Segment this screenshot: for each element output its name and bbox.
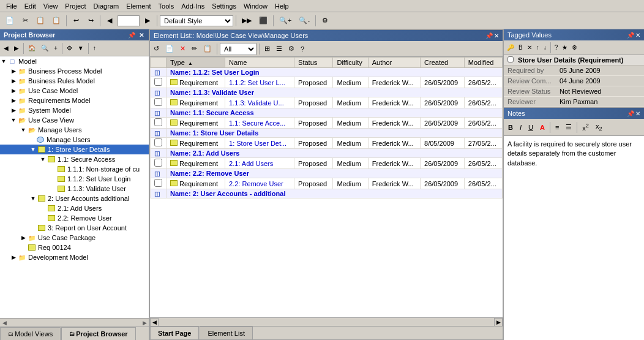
browser-up-btn[interactable]: ↑ xyxy=(91,42,99,55)
menu-edit[interactable]: Edit xyxy=(21,1,40,11)
browser-right-arrow[interactable]: ▶ xyxy=(140,319,149,327)
col-author[interactable]: Author xyxy=(368,58,420,68)
tree-item-bpm[interactable]: ▶ 📁 Business Process Model xyxy=(0,66,149,76)
tv-btn-settings[interactable]: ⚙ xyxy=(570,42,579,53)
tree-item-sa[interactable]: ▼ 1.1: Secure Access xyxy=(0,154,149,164)
el-btn-group[interactable]: ⊞ xyxy=(262,43,272,55)
tv-row-required-by[interactable]: Required by 05 June 2009 xyxy=(504,66,644,76)
row-checkbox[interactable] xyxy=(151,178,167,189)
el-btn-view[interactable]: ☰ xyxy=(274,43,285,55)
browser-search-btn[interactable]: 🔍 xyxy=(39,42,51,55)
tree-toggle-sud[interactable]: ▼ xyxy=(29,146,37,153)
tree-item-sm[interactable]: ▶ 📁 System Model xyxy=(0,105,149,115)
tree-toggle-ucm[interactable]: ▶ xyxy=(10,88,17,94)
tree-toggle-ucp[interactable]: ▶ xyxy=(20,235,27,241)
table-row[interactable]: Requirement 1.1: Secure Acce... Proposed… xyxy=(151,118,503,129)
name-link[interactable]: Name: 1.1.2: Set User Login xyxy=(170,69,260,76)
tv-row-review-com[interactable]: Review Com... 04 June 2009 xyxy=(504,76,644,86)
tv-btn-delete[interactable]: ✕ xyxy=(525,42,534,53)
toolbar-btn-undo[interactable]: ↩ xyxy=(69,14,83,28)
row-name[interactable]: 1.1.3: Validate U... xyxy=(225,97,294,108)
tree-toggle-mu[interactable]: ▼ xyxy=(20,127,27,133)
tv-val-review-com[interactable]: 04 June 2009 xyxy=(556,76,644,86)
tab-model-views[interactable]: 🗂 Model Views xyxy=(0,327,61,340)
tv-row-review-status[interactable]: Review Status Not Reviewed xyxy=(504,86,644,97)
tree-item-nsc[interactable]: 1.1.1: Non-storage of cu xyxy=(0,164,149,174)
col-name[interactable]: Name xyxy=(225,58,294,68)
menu-window[interactable]: Window xyxy=(240,1,271,11)
tv-btn-b[interactable]: B xyxy=(517,42,525,53)
row-name-link[interactable]: 1.1.3: Validate U... xyxy=(229,99,284,107)
close-panel-button[interactable]: ✕ xyxy=(138,32,145,39)
tree-toggle-ucv[interactable]: ▼ xyxy=(10,117,17,123)
col-type[interactable]: Type ▲ xyxy=(167,58,225,68)
tree-toggle-model[interactable]: ▼ xyxy=(0,58,7,64)
el-btn-delete[interactable]: ✕ xyxy=(178,43,188,55)
name-link[interactable]: Name: 2: User Accounts - additional xyxy=(170,190,285,197)
notes-btn-underline[interactable]: U xyxy=(525,123,536,132)
toolbar-btn-next[interactable]: ▶ xyxy=(141,14,154,28)
tree-item-mu-usecase[interactable]: Manage Users xyxy=(0,135,149,145)
el-btn-edit[interactable]: ✏ xyxy=(189,43,200,55)
el-btn-new[interactable]: 📄 xyxy=(163,43,176,55)
tv-val-required-by[interactable]: 05 June 2009 xyxy=(556,66,644,76)
tree-item-ucv[interactable]: ▼ 📂 Use Case View xyxy=(0,115,149,125)
tree-toggle-brm[interactable]: ▶ xyxy=(10,78,17,84)
menu-settings[interactable]: Settings xyxy=(208,1,240,11)
row-name-link[interactable]: 2.2: Remove User xyxy=(229,180,283,187)
name-link[interactable]: Name: 2.1: Add Users xyxy=(170,149,239,157)
menu-diagram[interactable]: Diagram xyxy=(90,1,123,11)
tree-item-model[interactable]: ▼ □ Model xyxy=(0,56,149,66)
tree-item-ru[interactable]: 2.2: Remove User xyxy=(0,213,149,223)
tree-item-rua[interactable]: 3: Report on User Account xyxy=(0,223,149,233)
menu-element[interactable]: Element xyxy=(122,1,154,11)
row-name[interactable]: 2.2: Remove User xyxy=(225,178,294,189)
browser-left-arrow[interactable]: ◀ xyxy=(0,319,9,327)
tree-toggle-sm[interactable]: ▶ xyxy=(10,107,17,113)
el-btn-settings2[interactable]: ⚙ xyxy=(286,43,297,55)
tab-project-browser[interactable]: 🗂 Project Browser xyxy=(61,327,135,340)
tree-item-req[interactable]: Req 00124 xyxy=(0,243,149,252)
col-checkbox[interactable] xyxy=(151,58,167,68)
row-name[interactable]: 1.1.2: Set User L... xyxy=(225,77,294,88)
tv-btn-new[interactable]: 🔑 xyxy=(505,42,516,53)
row-name[interactable]: 1.1: Secure Acce... xyxy=(225,118,294,129)
project-tree[interactable]: ▼ □ Model ▶ 📁 Business Process Model ▶ 📁… xyxy=(0,56,149,318)
browser-home-btn[interactable]: 🏠 xyxy=(26,42,38,55)
tree-toggle-rm[interactable]: ▶ xyxy=(10,97,17,104)
style-select[interactable]: Default Style xyxy=(160,15,233,26)
menu-project[interactable]: Project xyxy=(61,1,89,11)
tree-item-rm[interactable]: ▶ 📁 Requirements Model xyxy=(0,96,149,105)
table-row[interactable]: Requirement 1.1.2: Set User L... Propose… xyxy=(151,77,503,88)
toolbar-btn-zoom-out[interactable]: 🔍- xyxy=(296,14,313,28)
toolbar-btn-zoom-in[interactable]: 🔍+ xyxy=(276,14,294,28)
col-created[interactable]: Created xyxy=(421,58,465,68)
el-close-btn[interactable]: ✕ xyxy=(494,32,499,39)
notes-btn-font-color[interactable]: A xyxy=(537,123,548,132)
tree-item-vu[interactable]: 1.1.3: Validate User xyxy=(0,184,149,194)
tree-item-ua[interactable]: ▼ 2: User Accounts additional xyxy=(0,194,149,203)
tree-item-au[interactable]: 2.1: Add Users xyxy=(0,203,149,213)
tree-item-ucp[interactable]: ▶ 📁 Use Case Package xyxy=(0,233,149,243)
el-btn-refresh[interactable]: ↺ xyxy=(151,43,162,55)
tree-toggle-ua[interactable]: ▼ xyxy=(29,195,37,202)
row-name-link[interactable]: 1.1.2: Set User L... xyxy=(229,79,285,86)
toolbar-btn-cut[interactable]: ✂ xyxy=(18,14,32,28)
col-modified[interactable]: Modified xyxy=(464,58,502,68)
row-checkbox[interactable] xyxy=(151,118,167,129)
browser-forward-btn[interactable]: ▶ xyxy=(12,42,21,55)
notes-content[interactable]: A facility is required to securely store… xyxy=(504,136,644,340)
tree-item-dm[interactable]: ▶ 📁 Development Model xyxy=(0,252,149,262)
tree-item-sud[interactable]: ▼ 1: Store User Details xyxy=(0,145,149,154)
toolbar-btn-settings[interactable]: ⚙ xyxy=(318,14,332,28)
table-row[interactable]: ◫ Name: 1.1.3: Validate User xyxy=(151,88,503,97)
pin-button[interactable]: 📌 xyxy=(127,32,137,39)
browser-back-btn[interactable]: ◀ xyxy=(1,42,11,55)
toolbar-btn-new[interactable]: 📄 xyxy=(2,14,17,28)
toolbar-btn-prev[interactable]: ◀ xyxy=(103,14,116,28)
table-row[interactable]: ◫ Name: 2.1: Add Users xyxy=(151,149,503,158)
row-name-link[interactable]: 2.1: Add Users xyxy=(229,160,273,167)
tv-collapse-checkbox[interactable] xyxy=(507,56,514,62)
tv-btn-down[interactable]: ↓ xyxy=(542,42,549,53)
tv-close-btn[interactable]: ✕ xyxy=(635,32,640,39)
